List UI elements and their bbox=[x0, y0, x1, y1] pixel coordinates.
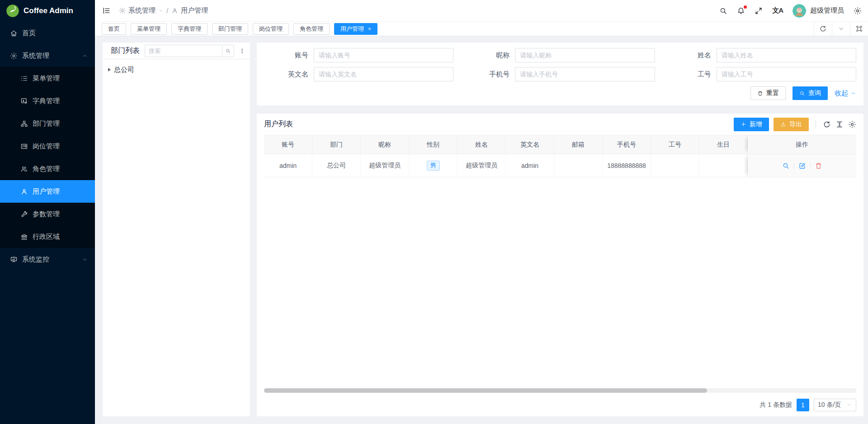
row-density-button[interactable] bbox=[835, 120, 844, 129]
horizontal-scrollbar-track[interactable] bbox=[264, 388, 856, 393]
export-button[interactable]: 导出 bbox=[774, 118, 809, 131]
chevron-down-icon bbox=[82, 257, 88, 262]
page-content: 部门列表 总公司 bbox=[95, 36, 868, 424]
close-icon[interactable]: × bbox=[368, 26, 371, 32]
tab-post-management[interactable]: 岗位管理 bbox=[253, 23, 289, 35]
collapse-form-link[interactable]: 收起 bbox=[835, 89, 856, 98]
content-fullscreen-button[interactable] bbox=[850, 22, 868, 36]
export-label: 导出 bbox=[789, 120, 802, 129]
breadcrumb-separator: / bbox=[166, 7, 168, 14]
settings-button[interactable] bbox=[854, 7, 862, 15]
nickname-input[interactable] bbox=[515, 48, 655, 62]
search-form-actions: 重置 查询 收起 bbox=[264, 86, 856, 100]
tab-dictionary-management[interactable]: 字典管理 bbox=[171, 23, 208, 35]
reset-button[interactable]: 重置 bbox=[750, 86, 786, 100]
sidebar-item-params-management[interactable]: 参数管理 bbox=[0, 203, 95, 225]
chevron-up-icon bbox=[82, 53, 88, 59]
sidebar: Coffee Admin 首页 系统管理 菜单管理 字典管理 部门管理 bbox=[0, 0, 95, 424]
phone-input[interactable] bbox=[515, 67, 655, 81]
menu-fold-icon bbox=[102, 6, 111, 15]
gear-icon bbox=[119, 7, 126, 14]
sidebar-item-admin-region[interactable]: 行政区域 bbox=[0, 225, 95, 248]
table-actions: 新增 导出 bbox=[734, 118, 856, 131]
row-height-icon bbox=[835, 120, 844, 129]
leaf-logo-icon bbox=[6, 4, 19, 18]
search-icon bbox=[782, 162, 790, 170]
search-form-grid: 账号 昵称 姓名 英文名 bbox=[264, 48, 856, 81]
page-size-select[interactable]: 10 条/页 bbox=[814, 399, 856, 411]
plus-icon bbox=[741, 121, 746, 127]
view-row-button[interactable] bbox=[782, 162, 790, 170]
role-icon bbox=[20, 165, 28, 173]
tab-user-management[interactable]: 用户管理 × bbox=[334, 23, 377, 35]
bank-icon bbox=[20, 233, 28, 241]
tree-node-root[interactable]: 总公司 bbox=[108, 63, 245, 76]
delete-row-button[interactable] bbox=[815, 162, 822, 170]
sidebar-item-menu-management[interactable]: 菜单管理 bbox=[0, 67, 95, 90]
app-logo[interactable]: Coffee Admin bbox=[0, 0, 95, 22]
refresh-tab-button[interactable] bbox=[814, 22, 832, 36]
department-search-input[interactable] bbox=[145, 45, 222, 57]
horizontal-scrollbar-thumb[interactable] bbox=[264, 388, 707, 393]
breadcrumb-section[interactable]: 系统管理 bbox=[119, 6, 163, 15]
tabs-bar: 首页 菜单管理 字典管理 部门管理 岗位管理 角色管理 用户管理 × bbox=[95, 22, 868, 36]
column-header: 邮箱 bbox=[554, 135, 603, 154]
account-input[interactable] bbox=[314, 48, 453, 62]
field-label: 手机号 bbox=[465, 70, 515, 79]
sidebar-item-role-management[interactable]: 角色管理 bbox=[0, 157, 95, 180]
pagination: 共 1 条数据 1 10 条/页 bbox=[264, 396, 856, 416]
tabs-dropdown-button[interactable] bbox=[832, 22, 850, 36]
department-search-button[interactable] bbox=[222, 45, 234, 57]
refresh-table-button[interactable] bbox=[823, 120, 831, 129]
tab-role-management[interactable]: 角色管理 bbox=[293, 23, 330, 35]
sidebar-item-department-management[interactable]: 部门管理 bbox=[0, 112, 95, 135]
breadcrumb-page-label: 用户管理 bbox=[181, 6, 208, 15]
caret-right-icon[interactable] bbox=[108, 68, 111, 71]
name-input[interactable] bbox=[717, 48, 856, 62]
sidebar-item-label: 首页 bbox=[22, 29, 36, 38]
add-user-button[interactable]: 新增 bbox=[734, 118, 769, 131]
cell-actions bbox=[748, 154, 856, 177]
user-icon bbox=[20, 188, 28, 195]
global-search-button[interactable] bbox=[719, 7, 727, 15]
user-menu[interactable]: 超级管理员 bbox=[793, 4, 844, 18]
maximize-icon bbox=[855, 25, 863, 33]
notifications-button[interactable] bbox=[737, 7, 745, 15]
sidebar-item-home[interactable]: 首页 bbox=[0, 22, 95, 44]
field-label: 工号 bbox=[667, 70, 717, 79]
page-1-button[interactable]: 1 bbox=[797, 399, 809, 411]
tab-menu-management[interactable]: 菜单管理 bbox=[131, 23, 167, 35]
sidebar-collapse-button[interactable] bbox=[102, 6, 111, 15]
sidebar-item-post-management[interactable]: 岗位管理 bbox=[0, 135, 95, 157]
sidebar-item-dictionary-management[interactable]: 字典管理 bbox=[0, 90, 95, 112]
top-navbar: 系统管理 / 用户管理 bbox=[95, 0, 868, 22]
table-row[interactable]: admin 总公司 超级管理员 男 超级管理员 admin 1888888888… bbox=[264, 154, 856, 177]
sidebar-item-user-management[interactable]: 用户管理 bbox=[0, 180, 95, 203]
fullscreen-button[interactable] bbox=[755, 7, 763, 15]
sidebar-item-label: 系统管理 bbox=[22, 52, 49, 60]
work-number-input[interactable] bbox=[717, 67, 856, 81]
column-settings-button[interactable] bbox=[848, 120, 856, 129]
field-label: 英文名 bbox=[264, 70, 314, 79]
search-icon bbox=[225, 48, 231, 54]
edit-row-button[interactable] bbox=[798, 162, 806, 170]
refresh-icon bbox=[823, 120, 831, 129]
sidebar-item-label: 行政区域 bbox=[33, 233, 60, 241]
sidebar-item-system-monitor[interactable]: 系统监控 bbox=[0, 248, 95, 271]
tab-home[interactable]: 首页 bbox=[102, 23, 126, 35]
field-label: 昵称 bbox=[465, 51, 515, 60]
navbar-actions: 文A 超级管理员 bbox=[719, 4, 862, 18]
query-button[interactable]: 查询 bbox=[793, 86, 828, 100]
app-layout: Coffee Admin 首页 系统管理 菜单管理 字典管理 部门管理 bbox=[0, 0, 868, 424]
cell-birthday bbox=[699, 154, 748, 177]
table-header-row: 账号 部门 昵称 性别 姓名 英文名 邮箱 手机号 工号 生日 操作 bbox=[264, 135, 856, 154]
translate-button[interactable]: 文A bbox=[772, 6, 783, 15]
department-more-button[interactable] bbox=[238, 48, 245, 54]
main-area: 系统管理 / 用户管理 bbox=[95, 0, 868, 424]
user-list-header: 用户列表 新增 导出 bbox=[264, 114, 856, 135]
refresh-icon bbox=[819, 25, 827, 33]
gear-icon bbox=[10, 52, 18, 60]
sidebar-item-system-management[interactable]: 系统管理 bbox=[0, 44, 95, 67]
tab-department-management[interactable]: 部门管理 bbox=[212, 23, 248, 35]
english-name-input[interactable] bbox=[314, 67, 453, 81]
